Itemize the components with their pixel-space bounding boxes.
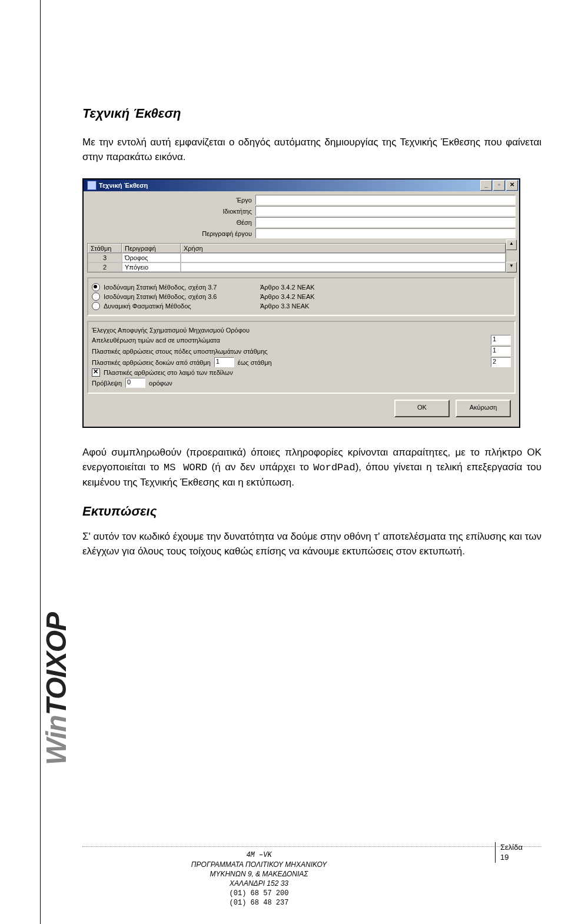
input-beam-to[interactable]: 2 — [491, 357, 511, 367]
input-description[interactable] — [255, 228, 516, 238]
dialog-title: Τεχνική Έκθεση — [85, 181, 148, 190]
cell-desc: Όροφος — [122, 253, 181, 262]
dialog-icon — [87, 181, 97, 190]
table-row[interactable]: 2 Υπόγειο — [88, 262, 506, 272]
mechanism-title: Έλεγχος Αποφυγής Σχηματισμού Μηχανισμού … — [92, 327, 511, 334]
logo-dark: TOIXOP — [41, 613, 72, 716]
radio-ref: Άρθρο 3.4.2 ΝΕΑΚ — [260, 284, 511, 291]
footer-address2: ΧΑΛΑΝΔΡΙ 152 33 — [177, 879, 341, 888]
label-plastic-columns: Πλαστικές αρθρώσεις στους πόδες υποστηλω… — [92, 348, 487, 355]
radio-ref: Άρθρο 3.3 ΝΕΑΚ — [260, 303, 511, 310]
radio-icon[interactable] — [92, 293, 100, 301]
cancel-button[interactable]: Ακύρωση — [456, 400, 511, 417]
left-margin-rule — [40, 0, 41, 924]
scroll-up-icon[interactable]: ▲ — [506, 240, 517, 250]
dialog-title-text: Τεχνική Έκθεση — [99, 182, 148, 189]
levels-grid: Στάθμη Περιγραφή Χρήση 3 Όροφος 2 Υπόγει… — [87, 240, 516, 272]
paragraph-printouts: Σ' αυτόν τον κωδικό έχουμε την δυνατότητ… — [82, 530, 541, 559]
page-number-block: Σελίδα 19 — [495, 842, 536, 863]
label-forecast: Πρόβλεψη — [92, 380, 122, 387]
paragraph-intro: Με την εντολή αυτή εμφανίζεται ο οδηγός … — [82, 135, 541, 164]
footer-product: 4M –VK — [177, 850, 341, 860]
label-description: Περιγραφή έργου — [87, 230, 255, 237]
input-beam-from[interactable]: 1 — [214, 357, 234, 367]
radio-static-37[interactable]: Ισοδύναμη Στατική Μέθοδος, σχέση 3.7 Άρθ… — [92, 283, 511, 291]
scroll-down-icon[interactable]: ▼ — [506, 262, 517, 272]
input-project[interactable] — [255, 195, 516, 205]
label-plastic-beams-to: έως στάθμη — [238, 359, 272, 366]
dialog-technical-report: Τεχνική Έκθεση _ ▫ ✕ Έργο Ιδιοκτήτης Θέσ… — [82, 178, 520, 428]
minimize-button[interactable]: _ — [480, 180, 492, 191]
input-position[interactable] — [255, 217, 516, 227]
cell-use — [181, 262, 506, 272]
footer-phone1: (01) 68 57 200 — [177, 889, 341, 898]
radio-label: Ισοδύναμη Στατική Μέθοδος, σχέση 3.6 — [104, 293, 257, 300]
cell-level: 2 — [88, 262, 122, 272]
method-panel: Ισοδύναμη Στατική Μέθοδος, σχέση 3.7 Άρθ… — [87, 277, 516, 316]
section-title-technical-report: Τεχνική Έκθεση — [82, 106, 541, 121]
footer-block: 4M –VK ΠΡΟΓΡΑΜΜΑΤΑ ΠΟΛΙΤΙΚΟΥ ΜΗΧΑΝΙΚΟΥ Μ… — [177, 850, 341, 908]
input-owner[interactable] — [255, 206, 516, 216]
label-acd-release: Απελευθέρωση τιμών acd σε υποστηλώματα — [92, 337, 487, 344]
page-label: Σελίδα — [500, 842, 536, 853]
table-row[interactable]: 3 Όροφος — [88, 253, 506, 262]
grid-scrollbar[interactable]: ▲ ▼ — [506, 240, 516, 272]
close-button[interactable]: ✕ — [506, 180, 518, 191]
input-forecast[interactable]: 0 — [125, 378, 145, 388]
checkbox-footings[interactable]: Πλαστικές αρθρώσεις στο λαιμό των πεδίλω… — [92, 368, 511, 377]
input-plastic-columns[interactable]: 1 — [491, 346, 511, 356]
footer-address1: ΜΥΚΗΝΩΝ 9, & ΜΑΚΕΔΟΝΙΑΣ — [177, 869, 341, 879]
footer-company: ΠΡΟΓΡΑΜΜΑΤΑ ΠΟΛΙΤΙΚΟΥ ΜΗΧΑΝΙΚΟΥ — [177, 860, 341, 869]
cell-level: 3 — [88, 253, 122, 262]
text-mono-wordpad: WordPad — [313, 462, 355, 473]
footer-phone2: (01) 68 48 237 — [177, 898, 341, 908]
col-description: Περιγραφή — [122, 244, 181, 253]
paragraph-after-window: Αφού συμπληρωθούν (προεραιτικά) όποιες π… — [82, 446, 541, 490]
col-level: Στάθμη — [88, 244, 122, 253]
col-use: Χρήση — [181, 244, 506, 253]
cell-desc: Υπόγειο — [122, 262, 181, 272]
radio-label: Δυναμική Φασματική Μέθοδος — [104, 303, 257, 310]
checkbox-icon[interactable] — [92, 368, 100, 377]
logo-light: Win — [41, 715, 72, 765]
maximize-button[interactable]: ▫ — [493, 180, 505, 191]
cell-use — [181, 253, 506, 262]
radio-label: Ισοδύναμη Στατική Μέθοδος, σχέση 3.7 — [104, 284, 257, 291]
side-logo: WinTOIXOP — [40, 613, 72, 765]
label-position: Θέση — [87, 219, 255, 226]
radio-icon[interactable] — [92, 302, 100, 310]
input-acd-release[interactable]: 1 — [491, 335, 511, 345]
label-plastic-beams-from: Πλαστικές αρθρώσεις δοκών από στάθμη — [92, 359, 211, 366]
dialog-titlebar: Τεχνική Έκθεση _ ▫ ✕ — [84, 180, 519, 191]
radio-ref: Άρθρο 3.4.2 ΝΕΑΚ — [260, 293, 511, 300]
ok-button[interactable]: ΟΚ — [394, 400, 450, 417]
label-project: Έργο — [87, 197, 255, 204]
radio-static-36[interactable]: Ισοδύναμη Στατική Μέθοδος, σχέση 3.6 Άρθ… — [92, 293, 511, 301]
label-owner: Ιδιοκτήτης — [87, 208, 255, 215]
section-title-printouts: Εκτυπώσεις — [82, 504, 541, 519]
label-floors: ορόφων — [149, 380, 172, 387]
text-segment: (ή αν δεν υπάρχει το — [207, 461, 313, 473]
mechanism-panel: Έλεγχος Αποφυγής Σχηματισμού Μηχανισμού … — [87, 321, 516, 394]
page-number: 19 — [500, 852, 536, 863]
checkbox-label: Πλαστικές αρθρώσεις στο λαιμό των πεδίλω… — [104, 369, 233, 376]
radio-dynamic[interactable]: Δυναμική Φασματική Μέθοδος Άρθρο 3.3 ΝΕΑ… — [92, 302, 511, 310]
text-mono-msword: MS WORD — [164, 462, 207, 473]
radio-icon[interactable] — [92, 283, 100, 291]
